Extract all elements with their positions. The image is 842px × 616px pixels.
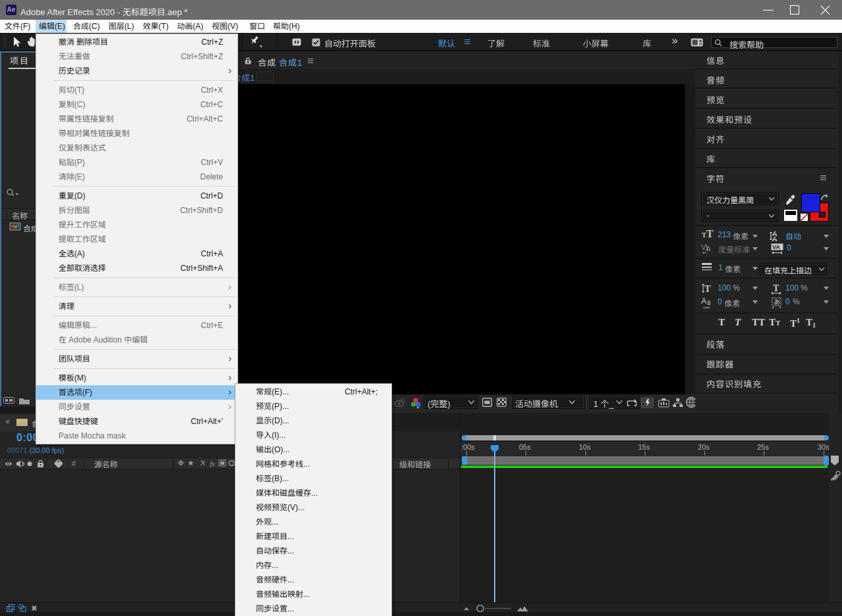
svg-text:T: T bbox=[773, 283, 780, 293]
svg-text:a: a bbox=[707, 298, 710, 305]
svg-text:VA: VA bbox=[772, 244, 780, 250]
svg-text:T: T bbox=[705, 284, 711, 294]
svg-text:A: A bbox=[701, 297, 706, 306]
svg-text:あ: あ bbox=[774, 298, 780, 306]
svg-text:fx: fx bbox=[210, 460, 215, 467]
